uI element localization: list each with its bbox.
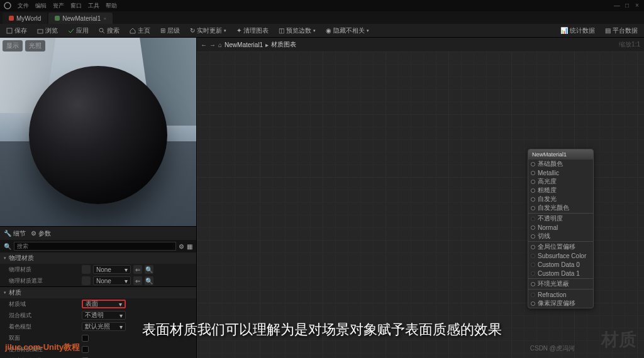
node-pin[interactable]: Custom Data 1: [528, 269, 593, 278]
pin-socket-icon[interactable]: [531, 271, 535, 276]
pin-socket-icon[interactable]: [531, 225, 535, 230]
tab-close-icon[interactable]: ×: [103, 16, 106, 21]
pin-label: Refraction: [538, 291, 567, 298]
asset-thumb[interactable]: [82, 276, 91, 285]
home-button[interactable]: 主页: [127, 25, 153, 36]
details-search: 🔍 ⚙ ▦: [0, 240, 196, 252]
material-viewport[interactable]: 显示 光照: [0, 38, 196, 226]
menu-file[interactable]: 文件: [18, 2, 29, 10]
asset-thumb[interactable]: [82, 265, 91, 274]
node-pin[interactable]: Custom Data 0: [528, 260, 593, 269]
pin-socket-icon[interactable]: [531, 293, 535, 297]
node-pin[interactable]: 基础颜色: [528, 160, 593, 168]
section-material[interactable]: ▾材质: [0, 287, 196, 298]
browse-asset-button[interactable]: 🔍: [145, 276, 153, 285]
breadcrumb[interactable]: NewMaterial1: [225, 41, 263, 48]
window-maximize[interactable]: □: [624, 3, 630, 9]
browse-asset-button[interactable]: 🔍: [145, 265, 153, 274]
tab-label: NewMaterial1: [62, 15, 101, 22]
details-tab[interactable]: 🔧细节: [4, 229, 26, 238]
tab-myworld[interactable]: MyWorld: [3, 13, 47, 24]
nav-back[interactable]: ←: [201, 41, 207, 48]
folder-icon: [37, 28, 43, 34]
pin-socket-icon[interactable]: [531, 301, 535, 306]
hierarchy-button[interactable]: ⊞层级: [158, 25, 182, 36]
node-pin[interactable]: 像素深度偏移: [528, 299, 593, 308]
level-icon: [9, 16, 14, 21]
chevron-down-icon: ▾: [119, 312, 123, 319]
preview-button[interactable]: ◫预览边数▾: [276, 25, 318, 36]
node-pin[interactable]: Normal: [528, 223, 593, 232]
grid-icon[interactable]: ▦: [187, 243, 192, 250]
node-pin[interactable]: 切线: [528, 232, 593, 241]
phys-mask-dropdown[interactable]: None▾: [93, 276, 131, 285]
window-close[interactable]: ×: [634, 3, 640, 9]
node-pin[interactable]: 环境光遮蔽: [528, 279, 593, 288]
menu-tools[interactable]: 工具: [88, 2, 99, 10]
pin-socket-icon[interactable]: [531, 197, 535, 202]
pin-socket-icon[interactable]: [531, 171, 535, 175]
material-graph[interactable]: NewMaterial1 基础颜色Metallic高光度粗糙度自发光自发光颜色不…: [197, 52, 644, 358]
pin-socket-icon[interactable]: [531, 254, 535, 258]
menu-help[interactable]: 帮助: [106, 2, 117, 10]
prop-label: 材质域: [9, 300, 78, 308]
pin-socket-icon[interactable]: [531, 282, 535, 286]
pin-socket-icon[interactable]: [531, 180, 535, 184]
stats-button[interactable]: 📊统计数据: [558, 25, 597, 36]
clean-button[interactable]: ✦清理图表: [234, 25, 271, 36]
node-pin[interactable]: Refraction: [528, 290, 593, 299]
apply-button[interactable]: 应用: [65, 25, 91, 36]
chevron-down-icon: ▾: [125, 266, 128, 273]
node-pin[interactable]: 自发光: [528, 195, 593, 203]
use-selected-button[interactable]: ⇐: [133, 265, 142, 274]
params-tab[interactable]: ⚙参数: [31, 229, 51, 238]
home-icon: [130, 28, 136, 34]
pin-socket-icon[interactable]: [531, 188, 535, 193]
settings-icon[interactable]: ⚙: [179, 243, 184, 250]
node-pin[interactable]: 自发光颜色: [528, 203, 593, 212]
pin-socket-icon[interactable]: [531, 162, 535, 166]
breadcrumb-sep: ▸: [265, 41, 269, 48]
pin-socket-icon[interactable]: [531, 234, 535, 239]
material-result-node[interactable]: NewMaterial1 基础颜色Metallic高光度粗糙度自发光自发光颜色不…: [528, 149, 594, 308]
pin-socket-icon[interactable]: [531, 263, 535, 267]
search-input[interactable]: [14, 242, 176, 251]
browse-button[interactable]: 浏览: [35, 25, 60, 36]
zoom-label: 缩放1:1: [619, 40, 640, 49]
pin-socket-icon[interactable]: [531, 245, 535, 249]
pin-socket-icon[interactable]: [531, 206, 535, 210]
save-button[interactable]: 保存: [4, 25, 30, 36]
node-pin[interactable]: 不透明度: [528, 214, 593, 223]
platform-button[interactable]: ▤平台数据: [602, 25, 640, 36]
svg-rect-1: [7, 28, 12, 33]
node-pin[interactable]: Subsurface Color: [528, 251, 593, 260]
section-physmaterial[interactable]: ▾物理材质: [0, 252, 196, 264]
live-update-button[interactable]: ↻实时更新▾: [187, 25, 229, 36]
phys-material-dropdown[interactable]: None▾: [93, 265, 131, 274]
nav-home-icon[interactable]: ⌂: [218, 41, 222, 48]
material-domain-dropdown[interactable]: 表面▾: [82, 300, 126, 308]
node-pin[interactable]: 全局位置偏移: [528, 242, 593, 251]
menu-asset[interactable]: 资产: [53, 2, 64, 10]
window-minimize[interactable]: —: [614, 3, 620, 9]
pin-label: 环境光遮蔽: [538, 279, 569, 288]
pin-label: 粗糙度: [538, 186, 557, 195]
viewport-show-button[interactable]: 显示: [3, 40, 23, 52]
node-pin[interactable]: 粗糙度: [528, 186, 593, 195]
pin-label: 基础颜色: [538, 160, 563, 168]
menu-window[interactable]: 窗口: [70, 2, 82, 10]
node-pin[interactable]: Metallic: [528, 168, 593, 177]
hide-button[interactable]: ◉隐藏不相关▾: [323, 25, 372, 36]
node-pin[interactable]: 高光度: [528, 177, 593, 186]
breadcrumb[interactable]: 材质图表: [271, 40, 296, 49]
use-attrs-checkbox[interactable]: [82, 346, 89, 353]
menu-edit[interactable]: 编辑: [35, 2, 47, 10]
stats-icon: 📊: [560, 27, 568, 34]
nav-forward[interactable]: →: [209, 41, 216, 48]
use-selected-button[interactable]: ⇐: [133, 276, 142, 285]
viewport-lighting-button[interactable]: 光照: [25, 40, 45, 52]
blend-mode-dropdown[interactable]: 不透明▾: [82, 311, 126, 320]
pin-socket-icon[interactable]: [531, 217, 535, 221]
search-button[interactable]: 搜索: [96, 25, 122, 36]
tab-newmaterial[interactable]: NewMaterial1 ×: [48, 13, 113, 24]
